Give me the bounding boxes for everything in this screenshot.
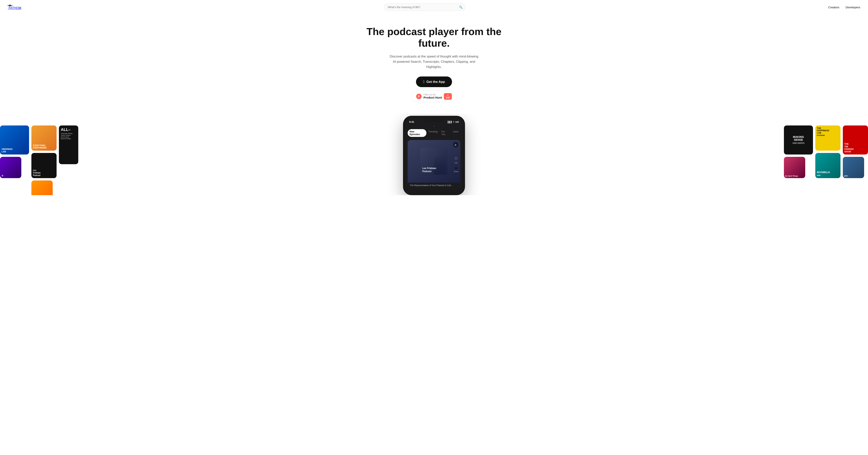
podcast-card[interactable]: Lex Fridman Podcast 🔈 ♡ Like ➦ Share The… [408, 140, 460, 188]
phone-tab-bar[interactable]: New Episodes Trending For You Liked [405, 128, 463, 138]
wifi-icon: ∿ [453, 121, 454, 123]
cover-lex-left[interactable]: LexFridmanPodcast [31, 153, 57, 178]
cover-purple-label: ◎ [2, 174, 3, 176]
logo-dot-2 [9, 5, 11, 6]
phone-inner: 9:41 ▐▐▐ ∿ 100 ⌄ New Episodes Trending F… [405, 118, 463, 190]
nav-developers[interactable]: Developers [845, 6, 860, 9]
phone-section: UBERMANLAB ◎ EVERYTHINGEVERYWHERE LexFri… [0, 114, 868, 195]
product-hunt-button[interactable]: P FIND US ON Product Hunt ▲ 142 [411, 91, 457, 102]
ph-count-badge: ▲ 142 [444, 93, 452, 100]
apple-icon:  [423, 79, 424, 84]
phone-time: 9:41 [409, 121, 414, 123]
cover-do-hard[interactable]: Do Hard Things [784, 157, 805, 178]
cover-invisibilia[interactable]: INVSIBILIANPR [815, 153, 840, 178]
search-icon: 🔍 [459, 5, 463, 9]
cover-col-3: ALL– Chamath PalihaJason CalaccDavid Sac… [59, 126, 78, 195]
phone-notch [424, 118, 444, 123]
navbar: FATHOM 🔍 Creators Developers [0, 0, 868, 14]
cover-purple[interactable]: ◎ [0, 157, 21, 178]
action-buttons: ♡ Like ➦ Share [454, 157, 458, 172]
ph-logo: P [416, 94, 422, 99]
tab-trending[interactable]: Trending [427, 129, 439, 137]
hero-subtext: Discover podcasts at the speed of though… [388, 54, 480, 70]
cover-col-right-3: THETIMFERRISSSHOW NPR [843, 126, 868, 178]
tab-new-episodes[interactable]: New Episodes [408, 129, 427, 137]
logo-dot-3 [11, 5, 12, 6]
hero-section: The podcast player from the future. Disc… [0, 14, 868, 106]
nav-creators[interactable]: Creators [828, 6, 839, 9]
phone-status-icons: ▐▐▐ ∿ 100 [447, 121, 459, 123]
tab-for-you[interactable]: For You [439, 129, 451, 137]
swipe-indicator: ⌄ [405, 124, 463, 128]
cover-breakfast[interactable]: THE BREAKFAST CLUB [31, 181, 53, 195]
cover-lex-label: LexFridmanPodcast [33, 169, 40, 176]
share-button[interactable]: ➦ [455, 166, 457, 170]
cover-everything[interactable]: EVERYTHINGEVERYWHERE [31, 126, 57, 151]
logo[interactable]: FATHOM [8, 5, 21, 10]
phone-mockup: 9:41 ▐▐▐ ∿ 100 ⌄ New Episodes Trending F… [403, 116, 465, 195]
tab-liked[interactable]: Liked [451, 129, 460, 137]
cover-npr[interactable]: NPR [843, 157, 864, 178]
cover-col-right-2: THEHAPPINESSLABPUSHKIN INVSIBILIANPR [815, 126, 840, 178]
hero-headline: The podcast player from the future. [366, 26, 502, 49]
like-label: Like [455, 162, 458, 164]
making-sense-label: MAKINGSENSESAM HARRIS [793, 135, 804, 144]
podcast-art-title: Lex Fridman Podcast [423, 167, 445, 173]
npr-label: NPR [844, 175, 848, 177]
logo-icon [8, 5, 21, 6]
podcast-art: Lex Fridman Podcast 🔈 [408, 140, 460, 183]
cta-group:  Get the App P FIND US ON Product Hunt … [4, 76, 864, 102]
ph-count-value: 142 [446, 96, 450, 99]
happiness-lab-label: THEHAPPINESSLABPUSHKIN [817, 127, 829, 136]
tim-ferriss-label: THETIMFERRISSSHOW [844, 143, 854, 153]
like-button[interactable]: ♡ [454, 157, 458, 161]
sound-icon[interactable]: 🔈 [453, 142, 458, 147]
cover-making-sense[interactable]: MAKINGSENSESAM HARRIS [784, 126, 813, 155]
logo-text: FATHOM [8, 6, 21, 10]
logo-dot-1 [8, 5, 9, 6]
covers-right: MAKINGSENSESAM HARRIS Do Hard Things THE… [784, 126, 868, 178]
search-input[interactable] [384, 3, 465, 11]
get-app-label: Get the App [427, 80, 445, 84]
cover-huberman-label: UBERMANLAB [2, 148, 12, 153]
cover-tim-ferriss[interactable]: THETIMFERRISSSHOW [843, 126, 868, 155]
covers-left: UBERMANLAB ◎ EVERYTHINGEVERYWHERE LexFri… [0, 126, 78, 195]
podcast-art-inner: Lex Fridman Podcast [421, 148, 447, 175]
do-hard-label: Do Hard Things [785, 175, 798, 177]
episode-description: The Representative of Your Podcast in Cu… [408, 183, 460, 188]
ph-text: FIND US ON Product Hunt [424, 94, 442, 99]
cover-allin-label: ALL– Chamath PalihaJason CalaccDavid Sac… [61, 127, 72, 139]
cover-huberman[interactable]: UBERMANLAB [0, 126, 29, 155]
cover-everything-label: EVERYTHINGEVERYWHERE [33, 144, 47, 149]
battery-icon: 100 [455, 121, 459, 123]
invisibilia-label: INVSIBILIANPR [817, 171, 830, 176]
cover-col-right-1: MAKINGSENSESAM HARRIS Do Hard Things [784, 126, 813, 178]
get-app-button[interactable]:  Get the App [416, 76, 452, 87]
cover-col-2: EVERYTHINGEVERYWHERE LexFridmanPodcast T… [31, 126, 57, 195]
signal-icon: ▐▐▐ [447, 121, 452, 123]
cover-all-in[interactable]: ALL– Chamath PalihaJason CalaccDavid Sac… [59, 126, 78, 164]
cover-happiness-lab[interactable]: THEHAPPINESSLABPUSHKIN [815, 126, 840, 151]
cover-col-1: UBERMANLAB ◎ [0, 126, 29, 195]
search-container: 🔍 [384, 3, 465, 11]
nav-links: Creators Developers [828, 6, 860, 9]
ph-find-label: FIND US ON [424, 94, 442, 96]
share-label: Share [454, 170, 458, 172]
ph-arrow-icon: ▲ [447, 94, 449, 96]
ph-name-label: Product Hunt [424, 96, 442, 99]
